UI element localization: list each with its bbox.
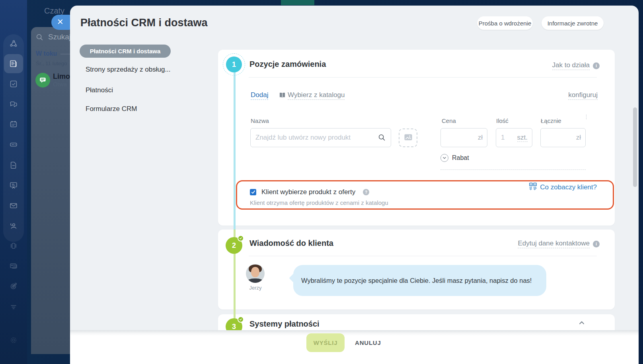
- crm-payments-modal: Płatności CRM i dostawa Prośba o wdrożen…: [70, 6, 639, 364]
- header-divider: [249, 256, 597, 256]
- product-name-field[interactable]: [250, 128, 391, 147]
- chats-icon[interactable]: [9, 99, 18, 109]
- price-label: Cena: [442, 117, 456, 124]
- edit-contacts-link[interactable]: Edytuj dane kontaktowe: [518, 239, 590, 248]
- total-suffix: zł: [576, 134, 581, 142]
- client-message-text: Wybraliśmy te pozycje specjalnie dla Cie…: [301, 277, 532, 284]
- crm-card-icon[interactable]: [9, 261, 18, 271]
- configure-link[interactable]: konfiguruj: [568, 91, 598, 100]
- settings-gear-icon[interactable]: [9, 335, 18, 345]
- product-image-placeholder[interactable]: [399, 128, 417, 147]
- image-icon: [404, 133, 413, 143]
- step3-title: Systemy płatności: [249, 319, 320, 329]
- background-accent-bar: [281, 0, 314, 5]
- chat-bubble-icon: [38, 76, 47, 86]
- step1-circle: 1: [226, 56, 242, 72]
- cancel-button[interactable]: ANULUJ: [355, 333, 381, 352]
- qty-label: Ilość: [496, 117, 509, 124]
- modal-footer: WYŚLIJ ANULUJ: [70, 330, 639, 364]
- offer-option-highlight: [236, 180, 614, 210]
- qty-field[interactable]: szt.: [496, 128, 532, 147]
- modal-scrollbar[interactable]: [633, 107, 637, 187]
- send-button[interactable]: WYŚLIJ: [306, 333, 345, 352]
- info-icon[interactable]: i: [593, 62, 600, 69]
- page-title-czaty: Czaty: [44, 6, 64, 16]
- discount-toggle[interactable]: Rabat: [440, 154, 469, 162]
- whiteboard-icon[interactable]: [9, 181, 18, 190]
- nav-item-crm-payments-active[interactable]: Płatności CRM i dostawa: [80, 45, 171, 58]
- qty-unit-selector[interactable]: szt.: [517, 134, 528, 142]
- mobile-icon[interactable]: [9, 241, 18, 251]
- drive-icon[interactable]: [9, 140, 18, 149]
- choose-from-catalog-link[interactable]: Wybierz z katalogu: [288, 91, 345, 100]
- chat-item-status: Otwa: [53, 81, 67, 88]
- discount-label: Rabat: [452, 154, 469, 162]
- product-name-input[interactable]: [250, 128, 391, 147]
- tasks-icon[interactable]: [9, 79, 18, 89]
- calendar-icon[interactable]: [9, 119, 18, 129]
- app-sidebar: [0, 0, 27, 364]
- mail-icon[interactable]: [9, 201, 18, 210]
- modal-title: Płatności CRM i dostawa: [80, 17, 208, 29]
- total-label: Łącznie: [541, 117, 561, 124]
- add-product-link[interactable]: Dodaj: [251, 91, 268, 100]
- chat-item-name[interactable]: Limo: [53, 72, 70, 81]
- step1-title: Pozycje zamówienia: [249, 60, 326, 69]
- how-it-works-link[interactable]: Jak to działa: [552, 61, 590, 70]
- client-message-bubble: Wybraliśmy te pozycje specjalnie dla Cie…: [293, 265, 546, 296]
- client-message-card: Wiadomość do klienta Edytuj dane kontakt…: [218, 230, 615, 309]
- total-field[interactable]: zł: [540, 128, 586, 147]
- price-suffix: zł: [478, 134, 483, 142]
- price-field[interactable]: zł: [440, 128, 487, 147]
- header-divider: [249, 77, 597, 78]
- funnel-icon[interactable]: [9, 302, 18, 311]
- chat-date-label: Śr., 11 lutego: [36, 60, 67, 66]
- chat-section-label: W toku: [36, 50, 57, 57]
- step2-done-badge: [238, 235, 244, 241]
- step2-title: Wiadomość do klienta: [249, 239, 333, 248]
- collapse-chevron-up-icon[interactable]: [579, 320, 585, 327]
- info-icon[interactable]: i: [593, 241, 600, 247]
- chevron-down-icon: [440, 154, 448, 162]
- feed-icon[interactable]: [9, 59, 18, 68]
- name-label: Nazwa: [251, 117, 269, 124]
- chat-avatar[interactable]: [35, 73, 50, 88]
- edit-contacts-group: Edytuj dane kontaktowe i: [518, 239, 600, 248]
- nav-item-crm-forms[interactable]: Formularze CRM: [86, 105, 137, 113]
- people-icon[interactable]: [9, 221, 18, 231]
- order-items-card: Pozycje zamówienia Jak to działa i Dodaj…: [218, 50, 615, 226]
- nav-item-sales-pages[interactable]: Strony sprzedaży z obsług...: [86, 66, 171, 74]
- catalog-book-icon: [279, 92, 286, 100]
- sender-name: Jerzy: [241, 285, 270, 291]
- document-icon[interactable]: [9, 160, 18, 170]
- feedback-button[interactable]: Informacje zwrotne: [542, 16, 604, 30]
- step3-done-badge: [238, 316, 244, 323]
- chat-list-panel: Szukaj W toku Śr., 11 lutego Limo Otwa: [31, 27, 70, 354]
- target-icon[interactable]: [9, 281, 18, 291]
- search-input[interactable]: Szukaj: [48, 33, 71, 41]
- search-icon: [35, 33, 44, 42]
- close-icon: [57, 18, 64, 27]
- timeline-cyan: [234, 64, 236, 230]
- screen: Czaty: [0, 0, 643, 364]
- row-action-divider: [586, 115, 586, 119]
- network-icon[interactable]: [9, 39, 18, 49]
- sender-avatar: [246, 264, 265, 283]
- nav-item-payments[interactable]: Płatności: [86, 86, 113, 94]
- how-it-works-group: Jak to działa i: [552, 61, 600, 70]
- implementation-request-button[interactable]: Prośba o wdrożenie: [477, 16, 533, 30]
- search-icon[interactable]: [378, 133, 386, 142]
- row-dashed-divider: [440, 169, 586, 170]
